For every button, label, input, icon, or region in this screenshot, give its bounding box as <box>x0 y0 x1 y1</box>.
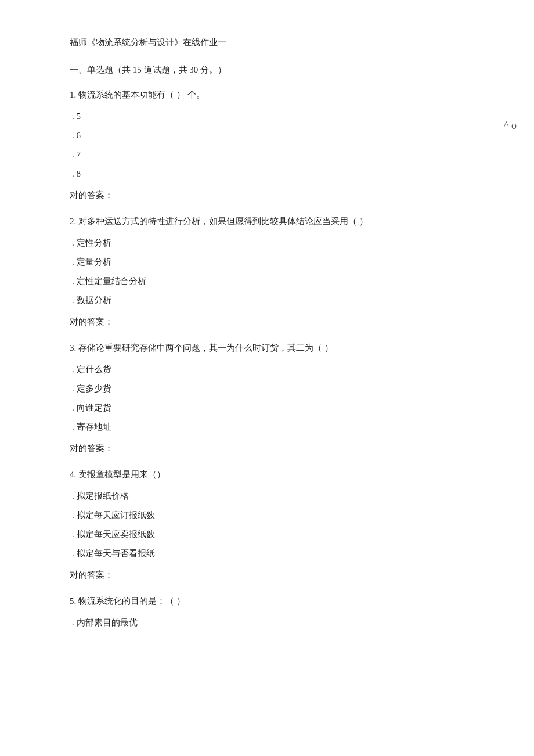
question-text-5: 5. 物流系统化的目的是：（ ） <box>70 593 464 609</box>
section-header: 一、单选题（共 15 道试题，共 30 分。） <box>70 62 464 78</box>
answer-label-4: 对的答案： <box>70 567 464 583</box>
option-5-0[interactable]: . 内部素目的最优 <box>70 615 464 631</box>
option-4-3[interactable]: . 拟定每天与否看报纸 <box>70 546 464 561</box>
question-text-3: 3. 存储论重要研究存储中两个问题，其一为什么时订货，其二为（ ） <box>70 340 464 356</box>
option-4-1[interactable]: . 拟定每天应订报纸数 <box>70 507 464 523</box>
question-block-1: 1. 物流系统的基本功能有（ ） 个。. 5. 6. 7. 8对的答案： <box>70 87 464 203</box>
answer-label-3: 对的答案： <box>70 441 464 456</box>
question-text-1: 1. 物流系统的基本功能有（ ） 个。 <box>70 87 464 103</box>
question-block-2: 2. 对多种运送方式的特性进行分析，如果但愿得到比较具体结论应当采用（ ）. 定… <box>70 214 464 330</box>
option-1-2[interactable]: . 7 <box>70 147 464 163</box>
question-block-4: 4. 卖报童模型是用来（）. 拟定报纸价格. 拟定每天应订报纸数. 拟定每天应卖… <box>70 467 464 583</box>
option-1-3[interactable]: . 8 <box>70 166 464 182</box>
option-1-1[interactable]: . 6 <box>70 128 464 143</box>
option-4-0[interactable]: . 拟定报纸价格 <box>70 488 464 504</box>
page-title: 福师《物流系统分析与设计》在线作业一 <box>70 35 464 51</box>
question-block-3: 3. 存储论重要研究存储中两个问题，其一为什么时订货，其二为（ ）. 定什么货.… <box>70 340 464 456</box>
scroll-symbol: ^ o <box>504 116 517 135</box>
answer-label-2: 对的答案： <box>70 314 464 330</box>
option-3-1[interactable]: . 定多少货 <box>70 381 464 397</box>
question-text-2: 2. 对多种运送方式的特性进行分析，如果但愿得到比较具体结论应当采用（ ） <box>70 214 464 229</box>
option-2-0[interactable]: . 定性分析 <box>70 235 464 251</box>
option-3-0[interactable]: . 定什么货 <box>70 362 464 377</box>
option-3-3[interactable]: . 寄存地址 <box>70 419 464 435</box>
question-text-4: 4. 卖报童模型是用来（） <box>70 467 464 483</box>
answer-label-1: 对的答案： <box>70 188 464 203</box>
option-4-2[interactable]: . 拟定每天应卖报纸数 <box>70 527 464 542</box>
option-2-3[interactable]: . 数据分析 <box>70 293 464 308</box>
option-2-2[interactable]: . 定性定量结合分析 <box>70 273 464 289</box>
option-2-1[interactable]: . 定量分析 <box>70 254 464 270</box>
option-1-0[interactable]: . 5 <box>70 109 464 124</box>
option-3-2[interactable]: . 向谁定货 <box>70 400 464 416</box>
question-block-5: 5. 物流系统化的目的是：（ ）. 内部素目的最优 <box>70 593 464 631</box>
